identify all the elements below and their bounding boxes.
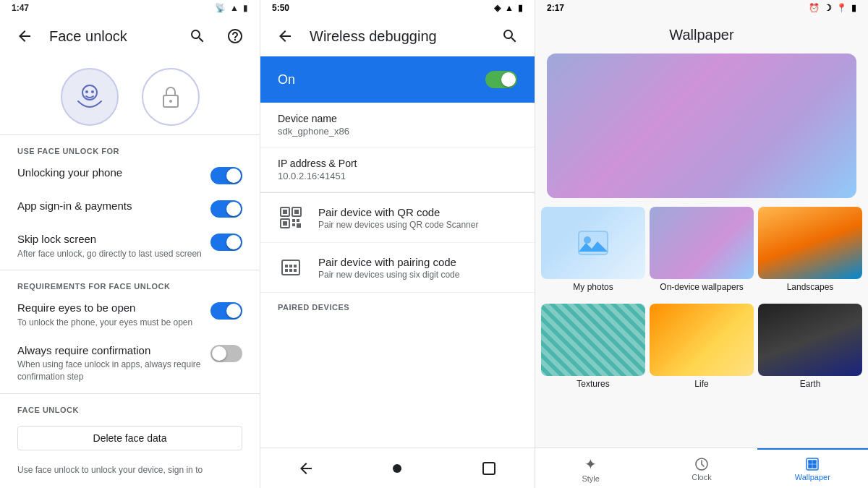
svg-rect-21 <box>294 269 297 272</box>
svg-rect-17 <box>289 265 292 267</box>
divider-mid <box>0 270 260 270</box>
back-button[interactable] <box>12 23 38 49</box>
wifi-icon: ▲ <box>505 3 514 13</box>
category-textures[interactable]: Textures <box>541 304 645 392</box>
wireless-nav-bar <box>260 448 535 488</box>
divider-top <box>0 134 260 135</box>
wallpaper-header: Wallpaper <box>535 16 868 53</box>
face-unlock-panel: 1:47 📡 ▲ ▮ Face unlock <box>0 0 260 488</box>
tab-clock[interactable]: Clock <box>646 448 757 488</box>
category-row-1: My photos On-device wallpapers Landscape… <box>541 207 862 295</box>
wireless-status-icons: ◈ ▲ ▮ <box>494 3 523 13</box>
battery-icon: ▮ <box>518 3 523 13</box>
app-signin-toggle[interactable] <box>210 200 242 218</box>
footer-text: Use face unlock to unlock your device, s… <box>0 459 260 481</box>
skip-lock-toggle[interactable] <box>210 234 242 251</box>
unlocking-phone-toggle[interactable] <box>210 167 242 184</box>
do-not-disturb-icon: ☽ <box>824 3 832 13</box>
tab-wallpaper[interactable]: Wallpaper <box>757 448 868 488</box>
svg-point-2 <box>91 90 94 93</box>
wireless-back-button[interactable] <box>272 23 298 49</box>
category-on-device[interactable]: On-device wallpapers <box>650 207 754 295</box>
category-landscapes[interactable]: Landscapes <box>758 207 862 295</box>
wireless-info-section: Device name sdk_gphone_x86 IP address & … <box>260 103 535 193</box>
wireless-toggle[interactable] <box>485 71 517 88</box>
face-unlock-title: Face unlock <box>49 28 173 45</box>
pair-qr-title: Pair device with QR code <box>318 206 478 218</box>
section-requirements: REQUIREMENTS FOR FACE UNLOCK <box>0 273 260 294</box>
wallpaper-icon <box>805 457 820 471</box>
wireless-search-button[interactable] <box>497 23 523 49</box>
face-icons-row <box>0 56 260 132</box>
cast-icon: ◈ <box>494 3 501 13</box>
skip-lock-desc: After face unlock, go directly to last u… <box>17 248 202 260</box>
clock-label: Clock <box>692 473 712 481</box>
wireless-on-row: On <box>260 56 535 103</box>
pairing-code-icon <box>278 254 304 281</box>
category-my-photos[interactable]: My photos <box>541 207 645 295</box>
face-unlock-time: 1:47 <box>12 3 29 13</box>
require-eyes-toggle[interactable] <box>210 302 242 320</box>
wallpaper-title: Wallpaper <box>669 27 733 43</box>
earth-label: Earth <box>758 376 862 392</box>
wallpaper-preview <box>547 53 856 198</box>
wifi-icon: ▲ <box>230 3 239 13</box>
pair-code-item[interactable]: Pair device with pairing code Pair new d… <box>260 243 535 293</box>
life-thumb <box>650 304 754 376</box>
face-scan-icon <box>61 68 119 126</box>
pair-code-desc: Pair new devices using six digit code <box>318 270 459 280</box>
qr-code-icon <box>278 205 304 231</box>
recents-nav-button[interactable] <box>475 454 503 483</box>
textures-label: Textures <box>541 376 645 392</box>
wallpaper-status-icons: ⏰ ☽ 📍 ▮ <box>809 3 856 13</box>
svg-point-25 <box>584 236 591 244</box>
svg-rect-19 <box>285 269 288 272</box>
svg-point-22 <box>393 464 401 473</box>
svg-rect-20 <box>289 269 292 272</box>
svg-rect-6 <box>283 210 287 214</box>
back-nav-button[interactable] <box>292 454 320 483</box>
ip-value: 10.0.2.16:41451 <box>278 171 517 181</box>
svg-point-4 <box>169 100 172 103</box>
tab-style[interactable]: ✦ Style <box>535 448 646 488</box>
lock-icon-circle <box>142 68 200 126</box>
always-confirm-toggle[interactable] <box>210 345 242 362</box>
style-icon: ✦ <box>584 455 597 473</box>
always-confirm-desc: When using face unlock in apps, always r… <box>17 359 202 383</box>
pair-qr-text: Pair device with QR code Pair new device… <box>318 206 478 230</box>
home-nav-button[interactable] <box>383 454 412 483</box>
svg-rect-11 <box>292 219 295 222</box>
search-button[interactable] <box>184 23 210 49</box>
delete-face-data-button[interactable]: Delete face data <box>17 426 242 450</box>
wireless-on-label: On <box>278 72 295 87</box>
alarm-icon: ⏰ <box>809 3 820 13</box>
screen-cast-icon: 📡 <box>215 3 226 13</box>
svg-rect-18 <box>294 265 297 267</box>
svg-rect-29 <box>813 461 816 463</box>
help-button[interactable] <box>222 23 248 49</box>
svg-rect-8 <box>294 210 299 214</box>
pair-qr-item[interactable]: Pair device with QR code Pair new device… <box>260 193 535 243</box>
svg-rect-13 <box>292 223 295 226</box>
setting-require-eyes: Require eyes to be open To unlock the ph… <box>0 294 260 335</box>
svg-rect-31 <box>813 465 816 468</box>
wallpaper-tabs: ✦ Style Clock Wallpap <box>535 448 868 488</box>
battery-icon: ▮ <box>243 3 248 13</box>
pair-qr-desc: Pair new devices using QR code Scanner <box>318 220 478 230</box>
require-eyes-title: Require eyes to be open <box>17 301 202 315</box>
category-earth[interactable]: Earth <box>758 304 862 392</box>
wireless-title: Wireless debugging <box>310 28 485 45</box>
svg-rect-30 <box>809 465 812 468</box>
unlocking-phone-title: Unlocking your phone <box>17 166 202 180</box>
device-name-value: sdk_gphone_x86 <box>278 126 517 137</box>
wallpaper-status-bar: 2:17 ⏰ ☽ 📍 ▮ <box>535 0 868 16</box>
wireless-time: 5:50 <box>272 3 289 13</box>
paired-devices-label: PAIRED DEVICES <box>260 293 535 316</box>
landscapes-thumb <box>758 207 862 279</box>
svg-rect-14 <box>297 223 301 228</box>
clock-icon <box>694 457 709 471</box>
wallpaper-panel: 2:17 ⏰ ☽ 📍 ▮ Wallpaper <box>535 0 868 488</box>
category-life[interactable]: Life <box>650 304 754 392</box>
svg-point-1 <box>85 90 88 93</box>
wireless-header: Wireless debugging <box>260 16 535 56</box>
